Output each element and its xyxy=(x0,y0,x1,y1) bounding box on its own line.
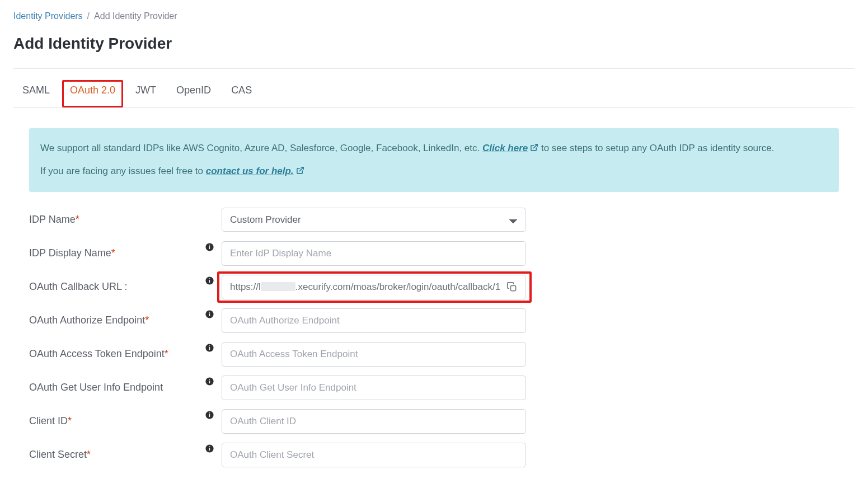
client-secret-input[interactable] xyxy=(222,443,526,467)
banner-line1-pre: We support all standard IDPs like AWS Co… xyxy=(40,143,482,153)
banner-line1-post: to see steps to setup any OAuth IDP as i… xyxy=(538,143,774,153)
svg-line-1 xyxy=(299,167,303,171)
svg-rect-22 xyxy=(209,448,209,451)
redacted-segment xyxy=(261,282,295,291)
tab-oauth[interactable]: OAuth 2.0 xyxy=(70,83,115,107)
banner-click-here-link[interactable]: Click here xyxy=(482,143,538,153)
callback-url-field: https://l.xecurify.com/moas/broker/login… xyxy=(222,275,526,299)
label-client-id: Client ID* xyxy=(29,406,197,436)
label-userinfo-endpoint: OAuth Get User Info Endpoint xyxy=(29,373,197,402)
tab-saml[interactable]: SAML xyxy=(22,83,50,107)
idp-name-select[interactable]: Custom Provider xyxy=(222,208,526,232)
info-icon[interactable] xyxy=(205,276,214,285)
svg-rect-17 xyxy=(209,379,209,379)
svg-rect-19 xyxy=(209,414,209,417)
svg-rect-7 xyxy=(209,278,209,279)
breadcrumb-separator: / xyxy=(87,11,90,21)
tab-cas[interactable]: CAS xyxy=(231,83,252,107)
info-icon[interactable] xyxy=(205,377,214,386)
svg-rect-8 xyxy=(511,285,516,290)
banner-contact-link[interactable]: contact us for help. xyxy=(206,166,304,176)
idp-display-name-input[interactable] xyxy=(222,241,526,266)
tab-openid[interactable]: OpenID xyxy=(176,83,211,107)
idp-form: IDP Name* Custom Provider IDP Display Na… xyxy=(29,203,839,472)
info-icon[interactable] xyxy=(205,444,214,453)
breadcrumb-current: Add Identity Provider xyxy=(94,11,177,21)
svg-rect-23 xyxy=(209,446,209,447)
info-icon[interactable] xyxy=(205,309,214,319)
label-token-endpoint: OAuth Access Token Endpoint* xyxy=(29,339,197,369)
svg-rect-20 xyxy=(209,412,209,413)
banner-line2-pre: If you are facing any issues feel free t… xyxy=(40,166,206,176)
copy-icon[interactable] xyxy=(506,282,518,293)
svg-rect-11 xyxy=(209,312,209,312)
svg-line-0 xyxy=(533,144,537,148)
client-id-input[interactable] xyxy=(222,409,526,434)
info-icon[interactable] xyxy=(205,242,214,252)
svg-rect-4 xyxy=(209,245,209,245)
svg-rect-10 xyxy=(209,313,209,316)
breadcrumb-root-link[interactable]: Identity Providers xyxy=(13,11,83,21)
svg-rect-13 xyxy=(209,347,209,350)
label-callback-url: OAuth Callback URL : xyxy=(29,272,197,302)
label-idp-display-name: IDP Display Name* xyxy=(29,238,197,268)
tab-jwt[interactable]: JWT xyxy=(135,83,156,107)
breadcrumb: Identity Providers / Add Identity Provid… xyxy=(13,11,855,21)
label-client-secret: Client Secret* xyxy=(29,440,197,470)
authorize-endpoint-input[interactable] xyxy=(222,308,526,333)
label-authorize-endpoint: OAuth Authorize Endpoint* xyxy=(29,306,197,335)
userinfo-endpoint-input[interactable] xyxy=(222,376,526,400)
tabs: SAML OAuth 2.0 JWT OpenID CAS xyxy=(13,69,855,108)
external-link-icon xyxy=(296,166,304,175)
svg-rect-3 xyxy=(209,246,209,249)
external-link-icon xyxy=(530,143,538,152)
svg-rect-14 xyxy=(209,345,209,346)
page-title: Add Identity Provider xyxy=(13,35,855,53)
info-icon[interactable] xyxy=(205,410,214,420)
svg-rect-16 xyxy=(209,381,209,383)
token-endpoint-input[interactable] xyxy=(222,342,526,367)
info-icon[interactable] xyxy=(205,343,214,353)
label-idp-name: IDP Name* xyxy=(29,205,197,234)
info-banner: We support all standard IDPs like AWS Co… xyxy=(29,128,839,192)
svg-rect-6 xyxy=(209,280,209,283)
callback-url-value: https://l.xecurify.com/moas/broker/login… xyxy=(230,282,502,293)
